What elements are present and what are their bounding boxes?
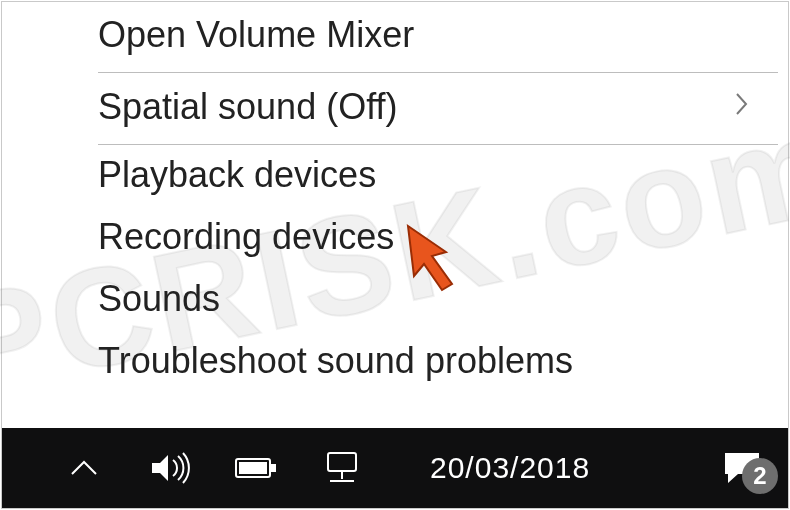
menu-item-label: Recording devices (98, 216, 758, 258)
volume-icon[interactable] (148, 446, 192, 490)
svg-rect-1 (271, 464, 276, 472)
network-icon[interactable] (320, 446, 364, 490)
menu-item-label: Playback devices (98, 154, 758, 196)
volume-context-menu: Open Volume Mixer Spatial sound (Off) Pl… (28, 0, 788, 428)
menu-item-label: Troubleshoot sound problems (98, 340, 758, 382)
menu-item-sounds[interactable]: Sounds (28, 268, 788, 330)
menu-item-playback-devices[interactable]: Playback devices (28, 144, 788, 206)
menu-item-label: Spatial sound (Off) (98, 86, 734, 128)
taskbar-date[interactable]: 20/03/2018 (430, 451, 590, 485)
action-center-icon[interactable]: 2 (720, 446, 764, 490)
menu-item-label: Open Volume Mixer (98, 14, 758, 56)
menu-item-label: Sounds (98, 278, 758, 320)
menu-item-spatial-sound[interactable]: Spatial sound (Off) (28, 72, 788, 142)
notification-badge: 2 (742, 458, 778, 494)
taskbar: 20/03/2018 2 (2, 428, 788, 508)
menu-item-troubleshoot-sound[interactable]: Troubleshoot sound problems (28, 330, 788, 392)
chevron-right-icon (734, 91, 750, 124)
battery-icon[interactable] (234, 446, 278, 490)
svg-rect-3 (328, 453, 356, 471)
menu-item-open-volume-mixer[interactable]: Open Volume Mixer (28, 0, 788, 70)
svg-rect-2 (239, 462, 267, 474)
menu-item-recording-devices[interactable]: Recording devices (28, 206, 788, 268)
screenshot-stage: PCRISK.com Open Volume Mixer Spatial sou… (0, 0, 790, 510)
show-hidden-icons-icon[interactable] (62, 446, 106, 490)
